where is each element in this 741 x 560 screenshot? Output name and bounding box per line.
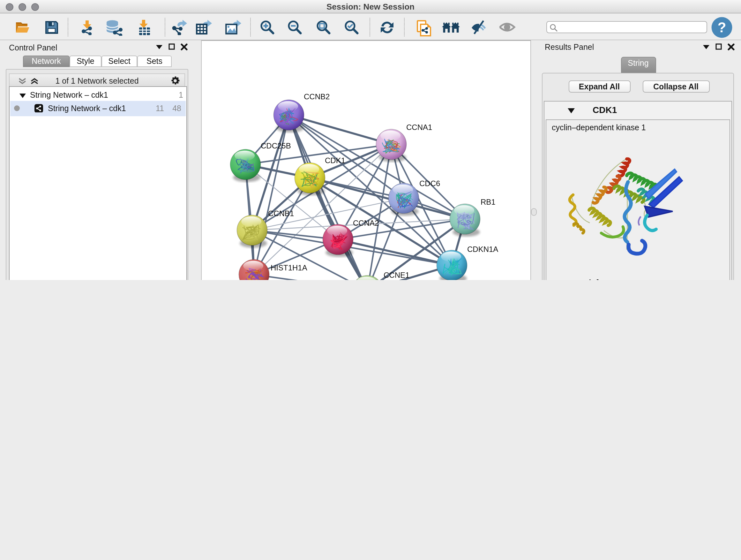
svg-text:?: ? [718,19,726,35]
svg-text:CDKN1A: CDKN1A [467,245,498,253]
svg-text:HIST1H1A: HIST1H1A [271,263,307,272]
svg-text:CDC6: CDC6 [419,179,440,187]
svg-text:RB1: RB1 [481,197,495,206]
svg-text:CCNA1: CCNA1 [406,123,432,131]
svg-text:CCNB2: CCNB2 [304,92,330,101]
svg-text:CCNA2: CCNA2 [353,219,379,227]
svg-text:CCNE1: CCNE1 [384,270,409,279]
svg-text:CDK1: CDK1 [325,156,345,165]
svg-text:CCNB1: CCNB1 [268,209,294,217]
svg-text:CDC25B: CDC25B [261,141,291,150]
